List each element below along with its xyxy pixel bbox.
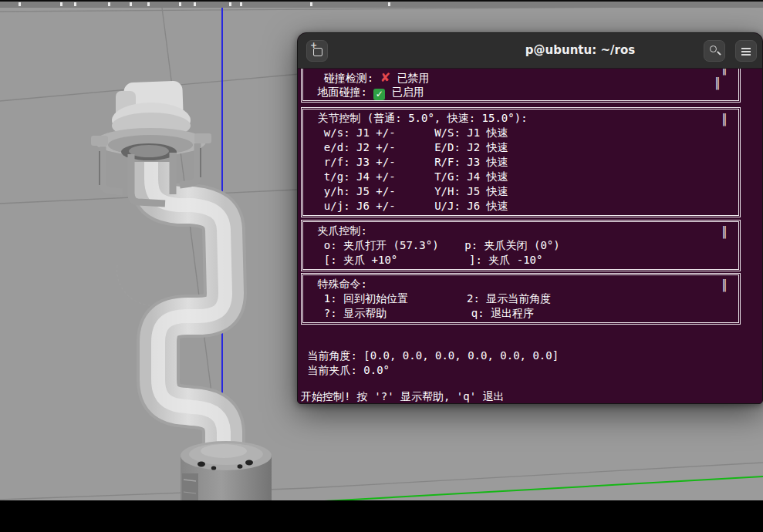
joint-line-j2: e/d: J2 +/- E/D: J2 快速 xyxy=(303,140,738,155)
terminal-body[interactable]: 碰撞检测: ✘ 已禁用 地面碰撞: ✓ 已启用 ║ ║ 关节控制 (普通: 5.… xyxy=(298,69,762,403)
toolbar-artifact xyxy=(74,2,76,6)
top-toolbar-cropped xyxy=(0,2,763,8)
cross-mark-icon: ✘ xyxy=(380,70,390,85)
toolbar-artifact xyxy=(179,2,181,6)
joint-line-j1: w/s: J1 +/- W/S: J1 快速 xyxy=(303,126,738,140)
joint-line-j4: t/g: J4 +/- T/G: J4 快速 xyxy=(303,170,738,184)
plus-icon: + xyxy=(310,42,317,49)
hamburger-icon xyxy=(741,51,751,52)
new-tab-button[interactable]: + xyxy=(306,40,328,62)
search-button[interactable] xyxy=(704,40,725,62)
special-commands-box: 特殊命令: 1: 回到初始位置 2: 显示当前角度 ?: 显示帮助 q: 退出程… xyxy=(301,273,741,325)
gripper-open-close-line: o: 夹爪打开 (57.3°) p: 夹爪关闭 (0°) xyxy=(303,238,738,253)
menu-button[interactable] xyxy=(735,40,757,62)
control-prompt-line: 开始控制! 按 '?' 显示帮助, 'q' 退出 xyxy=(301,389,505,403)
terminal-titlebar[interactable]: + p@ubuntu: ~/ros xyxy=(298,33,762,69)
box-border-mark: ║ xyxy=(721,113,728,127)
toolbar-artifact xyxy=(108,2,110,6)
special-box-header: 特殊命令: xyxy=(303,277,738,291)
joint-control-box: 关节控制 (普通: 5.0°, 快速: 15.0°): w/s: J1 +/- … xyxy=(301,107,741,217)
box-border-mark: ║ xyxy=(721,225,728,240)
collision-status-box: 碰撞检测: ✘ 已禁用 地面碰撞: ✓ 已启用 ║ ║ xyxy=(301,69,741,103)
toolbar-artifact xyxy=(130,2,132,6)
search-icon xyxy=(710,45,717,52)
gripper-step-line: [: 夹爪 +10° ]: 夹爪 -10° xyxy=(303,253,738,268)
special-line-2: ?: 显示帮助 q: 退出程序 xyxy=(303,306,738,321)
gripper-control-box: 夹爪控制: o: 夹爪打开 (57.3°) p: 夹爪关闭 (0°) [: 夹爪… xyxy=(301,220,741,271)
robot-base xyxy=(181,441,272,500)
search-icon-handle xyxy=(717,51,721,56)
joint-box-header: 关节控制 (普通: 5.0°, 快速: 15.0°): xyxy=(303,111,738,126)
joint-line-j3: r/f: J3 +/- R/F: J3 快速 xyxy=(303,155,738,170)
joint-line-j5: y/h: J5 +/- Y/H: J5 快速 xyxy=(303,184,738,199)
joint-line-j6: u/j: J6 +/- U/J: J6 快速 xyxy=(303,199,738,214)
box-border-mark: ║ xyxy=(714,76,721,91)
hamburger-icon xyxy=(741,54,751,56)
special-line-1: 1: 回到初始位置 2: 显示当前角度 xyxy=(303,291,738,306)
toolbar-artifact xyxy=(19,2,21,6)
toolbar-artifact xyxy=(147,2,150,6)
toolbar-artifact xyxy=(60,2,62,6)
toolbar-artifact xyxy=(194,2,196,6)
hamburger-icon xyxy=(741,48,751,49)
screen: + p@ubuntu: ~/ros 碰撞检测: ✘ 已禁用 地面碰撞: ✓ 已启… xyxy=(0,0,763,532)
toolbar-artifact xyxy=(388,2,390,6)
terminal-window: + p@ubuntu: ~/ros 碰撞检测: ✘ 已禁用 地面碰撞: ✓ 已启… xyxy=(297,32,763,404)
collision-detect-line: 碰撞检测: ✘ 已禁用 xyxy=(303,70,738,85)
box-border-mark: ║ xyxy=(721,278,728,293)
box-border-mark: ║ xyxy=(721,69,728,76)
toolbar-artifact xyxy=(310,2,312,6)
current-gripper-line: 当前夹爪: 0.0° xyxy=(301,363,390,378)
check-mark-icon: ✓ xyxy=(373,89,385,100)
toolbar-artifact xyxy=(240,2,242,6)
scene-void xyxy=(0,500,763,532)
toolbar-artifact xyxy=(229,2,231,6)
ground-collision-line: 地面碰撞: ✓ 已启用 xyxy=(303,85,738,99)
current-angles-line: 当前角度: [0.0, 0.0, 0.0, 0.0, 0.0, 0.0] xyxy=(301,348,559,363)
gripper-box-header: 夹爪控制: xyxy=(303,224,738,238)
